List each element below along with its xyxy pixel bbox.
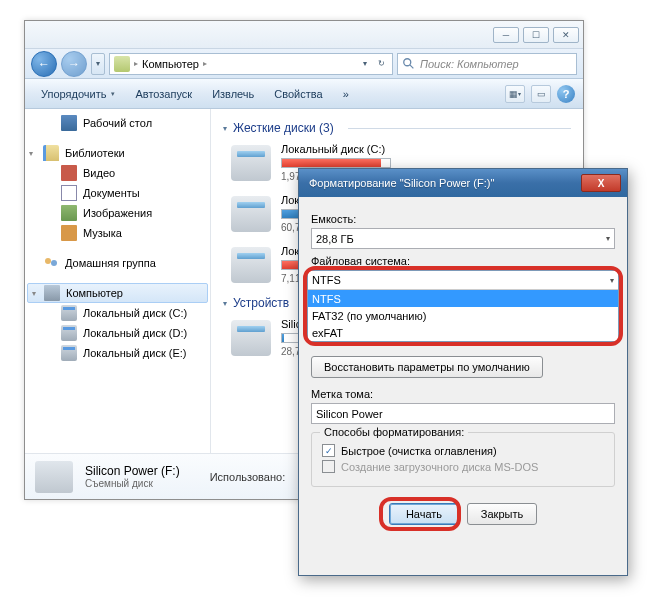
tree-label: Документы (83, 187, 140, 199)
format-dialog: Форматирование "Silicon Power (F:)" X Ем… (298, 168, 628, 576)
tree-label: Локальный диск (D:) (83, 327, 187, 339)
maximize-button[interactable]: ☐ (523, 27, 549, 43)
tree-label: Изображения (83, 207, 152, 219)
svg-point-3 (51, 260, 57, 266)
checkbox-icon: ✓ (322, 444, 335, 457)
libraries-icon (43, 145, 59, 161)
sidebar-item-drive-c[interactable]: Локальный диск (C:) (25, 303, 210, 323)
back-button[interactable]: ← (31, 51, 57, 77)
search-icon (402, 57, 416, 71)
breadcrumb[interactable]: ▸ Компьютер ▸ ▾↻ (109, 53, 393, 75)
drive-name: Локальный диск (C:) (281, 143, 571, 155)
tree-label: Видео (83, 167, 115, 179)
view-button[interactable]: ▦▾ (505, 85, 525, 103)
volume-value: Silicon Power (316, 408, 383, 420)
close-dialog-button[interactable]: Закрыть (467, 503, 537, 525)
volume-label-input[interactable]: Silicon Power (311, 403, 615, 424)
tree-label: Музыка (83, 227, 122, 239)
sidebar-item-computer[interactable]: ▾Компьютер (27, 283, 208, 303)
drive-icon (231, 196, 271, 232)
tree-label: Библиотеки (65, 147, 125, 159)
tree-label: Локальный диск (C:) (83, 307, 187, 319)
capacity-label: Емкость: (311, 213, 615, 225)
organize-button[interactable]: Упорядочить (33, 84, 123, 104)
tree-label: Домашняя группа (65, 257, 156, 269)
minimize-button[interactable]: ─ (493, 27, 519, 43)
breadcrumb-segment[interactable]: Компьютер (142, 58, 199, 70)
filesystem-option-ntfs[interactable]: NTFS (308, 290, 618, 307)
volume-label-label: Метка тома: (311, 388, 615, 400)
filesystem-dropdown[interactable]: NTFS NTFS FAT32 (по умолчанию) exFAT (307, 270, 619, 342)
drive-icon (231, 145, 271, 181)
quick-format-checkbox[interactable]: ✓ Быстрое (очистка оглавления) (322, 444, 604, 457)
tree-label: Локальный диск (E:) (83, 347, 187, 359)
restore-defaults-button[interactable]: Восстановить параметры по умолчанию (311, 356, 543, 378)
search-placeholder: Поиск: Компьютер (420, 58, 519, 70)
autoplay-button[interactable]: Автозапуск (127, 84, 200, 104)
document-icon (61, 185, 77, 201)
chevron-right-icon: ▸ (201, 59, 209, 68)
computer-icon (44, 285, 60, 301)
sidebar-item-homegroup[interactable]: Домашняя группа (25, 253, 210, 273)
close-button[interactable]: X (581, 174, 621, 192)
filesystem-selected[interactable]: NTFS (308, 271, 618, 290)
video-icon (61, 165, 77, 181)
search-input[interactable]: Поиск: Компьютер (397, 53, 577, 75)
properties-button[interactable]: Свойства (266, 84, 330, 104)
filesystem-label: Файловая система: (311, 255, 615, 267)
help-icon[interactable]: ? (557, 85, 575, 103)
tree-label: Рабочий стол (83, 117, 152, 129)
chevron-right-icon: ▸ (132, 59, 140, 68)
capacity-bar (281, 158, 391, 168)
desktop-icon (61, 115, 77, 131)
filesystem-option-exfat[interactable]: exFAT (308, 324, 618, 341)
sidebar-item-libraries[interactable]: ▾Библиотеки (25, 143, 210, 163)
drive-icon (61, 345, 77, 361)
sidebar-item-drive-d[interactable]: Локальный диск (D:) (25, 323, 210, 343)
filesystem-highlight: NTFS NTFS FAT32 (по умолчанию) exFAT (307, 270, 619, 342)
more-button[interactable]: » (335, 84, 357, 104)
sidebar-item-video[interactable]: Видео (25, 163, 210, 183)
music-icon (61, 225, 77, 241)
dialog-title: Форматирование "Silicon Power (F:)" (309, 177, 581, 189)
dialog-footer: Начать Закрыть (311, 503, 615, 525)
start-button[interactable]: Начать (389, 503, 459, 525)
history-dropdown[interactable]: ▾ (91, 53, 105, 75)
refresh-button[interactable]: ↻ (374, 53, 388, 75)
drive-icon (231, 247, 271, 283)
address-bar: ← → ▾ ▸ Компьютер ▸ ▾↻ Поиск: Компьютер (25, 49, 583, 79)
image-icon (61, 205, 77, 221)
computer-icon (114, 56, 130, 72)
details-name: Silicon Power (F:) (85, 464, 180, 478)
close-button[interactable]: ✕ (553, 27, 579, 43)
svg-point-0 (404, 58, 411, 65)
drive-icon (61, 305, 77, 321)
checkbox-label: Быстрое (очистка оглавления) (341, 445, 497, 457)
homegroup-icon (43, 255, 59, 271)
group-header-hdd[interactable]: Жесткие диски (3) (223, 121, 571, 135)
capacity-dropdown[interactable]: 28,8 ГБ (311, 228, 615, 249)
dialog-titlebar: Форматирование "Silicon Power (F:)" X (299, 169, 627, 197)
checkbox-label: Создание загрузочного диска MS-DOS (341, 461, 538, 473)
capacity-value: 28,8 ГБ (316, 233, 354, 245)
svg-line-1 (410, 64, 414, 68)
format-methods-group: Способы форматирования: ✓ Быстрое (очист… (311, 432, 615, 487)
sidebar-item-desktop[interactable]: Рабочий стол (25, 113, 210, 133)
sidebar-item-documents[interactable]: Документы (25, 183, 210, 203)
preview-pane-button[interactable]: ▭ (531, 85, 551, 103)
collapse-icon[interactable]: ▾ (29, 149, 33, 158)
refresh-button[interactable]: ▾ (358, 53, 372, 75)
filesystem-option-fat32[interactable]: FAT32 (по умолчанию) (308, 307, 618, 324)
details-used: Использовано: (210, 471, 286, 483)
sidebar-item-images[interactable]: Изображения (25, 203, 210, 223)
forward-button[interactable]: → (61, 51, 87, 77)
sidebar-item-music[interactable]: Музыка (25, 223, 210, 243)
sidebar-item-drive-e[interactable]: Локальный диск (E:) (25, 343, 210, 363)
navigation-pane: Рабочий стол ▾Библиотеки Видео Документы… (25, 109, 211, 453)
svg-point-2 (45, 258, 51, 264)
details-type: Съемный диск (85, 478, 180, 489)
eject-button[interactable]: Извлечь (204, 84, 262, 104)
drive-icon (35, 461, 73, 493)
collapse-icon[interactable]: ▾ (32, 289, 36, 298)
tree-label: Компьютер (66, 287, 123, 299)
